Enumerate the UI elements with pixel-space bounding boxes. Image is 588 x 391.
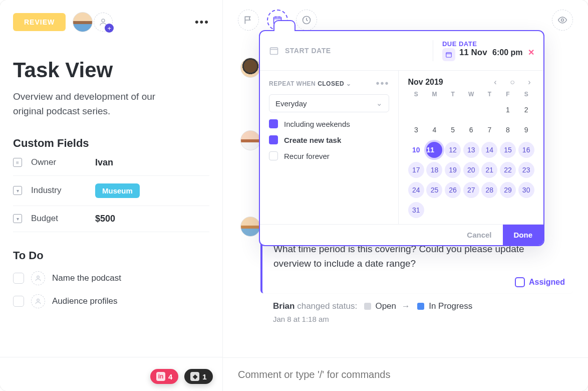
calendar-day[interactable]: 9	[518, 122, 534, 138]
custom-field-row[interactable]: ▾ Budget $500	[13, 206, 209, 232]
comment-input[interactable]	[238, 369, 588, 380]
calendar-day[interactable]: 26	[445, 182, 461, 198]
start-date-label: START DATE	[285, 47, 331, 55]
calendar-day[interactable]: 14	[481, 142, 497, 158]
figma-icon: ◆	[190, 372, 199, 381]
calendar-day[interactable]: 7	[481, 122, 497, 138]
assigned-toggle[interactable]: Assigned	[515, 277, 565, 287]
status-inprogress-dot	[417, 303, 424, 310]
assigned-label: Assigned	[529, 278, 565, 287]
due-date-field[interactable]: DUE DATE 11 Nov 6:00 pm ✕	[433, 40, 534, 61]
repeat-more-icon[interactable]: •••	[376, 78, 389, 89]
todo-item[interactable]: Audience profiles	[13, 294, 209, 308]
figma-attachment-chip[interactable]: ◆ 1	[184, 369, 212, 384]
clear-due-icon[interactable]: ✕	[528, 48, 534, 57]
cancel-button[interactable]: Cancel	[456, 225, 502, 245]
calendar-day[interactable]: 17	[408, 162, 424, 178]
compose-bar[interactable]	[223, 357, 588, 391]
calendar-day[interactable]: 2	[518, 102, 534, 118]
calendar-icon	[442, 48, 455, 61]
checkbox-icon[interactable]	[13, 273, 24, 284]
calendar-day[interactable]: 11	[426, 142, 442, 158]
calendar-prev-icon[interactable]: ‹	[490, 78, 500, 87]
feed-avatar[interactable]	[240, 217, 260, 237]
calendar-grid[interactable]: 1234567891011121314151617181920212223242…	[408, 101, 534, 219]
review-status-button[interactable]: REVIEW	[13, 13, 66, 31]
calendar-day[interactable]: 27	[463, 182, 479, 198]
date-popover: START DATE DUE DATE 11 Nov 6:00 pm ✕ REP…	[259, 30, 544, 246]
watch-button[interactable]	[552, 10, 573, 31]
svg-point-1	[37, 276, 40, 278]
status-open-label: Open	[375, 301, 396, 311]
flag-button[interactable]	[238, 10, 259, 31]
calendar-day[interactable]: 24	[408, 182, 424, 198]
option-weekends[interactable]: Including weekends	[269, 119, 389, 128]
option-create-new[interactable]: Create new task	[269, 135, 389, 144]
calendar-day[interactable]: 29	[500, 182, 516, 198]
checkbox-icon[interactable]	[13, 296, 24, 307]
calendar-day[interactable]: 18	[426, 162, 442, 178]
calendar-day[interactable]: 6	[463, 122, 479, 138]
calendar-day[interactable]: 1	[500, 102, 516, 118]
option-label: Including weekends	[284, 120, 350, 128]
calendar-day[interactable]: 16	[518, 142, 534, 158]
activity-row: Brian changed status: Open → In Progress	[273, 301, 472, 311]
chevron-down-icon: ⌄	[376, 99, 383, 108]
calendar-day[interactable]: 31	[408, 202, 424, 218]
calendar-day[interactable]: 15	[500, 142, 516, 158]
calendar-day[interactable]: 25	[426, 182, 442, 198]
time-button[interactable]	[296, 10, 317, 31]
plus-icon: +	[105, 24, 114, 33]
invision-attachment-chip[interactable]: in 4	[150, 369, 178, 384]
assignee-avatar[interactable]	[73, 12, 93, 32]
calendar-day[interactable]: 22	[500, 162, 516, 178]
unassigned-avatar-icon[interactable]	[31, 294, 45, 308]
feed-avatar[interactable]	[240, 58, 260, 78]
add-assignee-button[interactable]: +	[94, 13, 113, 32]
calendar-today-icon[interactable]: ○	[507, 78, 517, 87]
svg-point-2	[37, 299, 40, 301]
calendar-day[interactable]: 13	[463, 142, 479, 158]
custom-field-value[interactable]: $500	[95, 214, 115, 224]
arrow-right-icon: →	[402, 301, 410, 311]
calendar-day[interactable]: 28	[481, 182, 497, 198]
calendar-day[interactable]: 30	[518, 182, 534, 198]
frequency-select[interactable]: Everyday ⌄	[269, 94, 389, 112]
done-button[interactable]: Done	[503, 225, 544, 245]
feed-avatar[interactable]	[240, 130, 260, 150]
start-date-button[interactable]: START DATE	[269, 46, 425, 56]
calendar-day[interactable]: 21	[481, 162, 497, 178]
text-field-icon: ≡	[13, 158, 22, 167]
calendar-day[interactable]: 3	[408, 122, 424, 138]
todo-item[interactable]: Name the podcast	[13, 271, 209, 285]
option-label: Recur forever	[284, 152, 330, 160]
task-title[interactable]: Task View	[13, 58, 209, 82]
calendar-day[interactable]: 23	[518, 162, 534, 178]
repeat-heading[interactable]: REPEAT WHEN CLOSED ⌄	[269, 80, 351, 87]
calendar-next-icon[interactable]: ›	[524, 78, 534, 87]
due-time-value: 6:00 pm	[492, 48, 522, 57]
calendar-day[interactable]: 4	[426, 122, 442, 138]
custom-field-row[interactable]: ▾ Industry Museum	[13, 176, 209, 206]
checkbox-on-icon	[269, 135, 278, 144]
svg-rect-6	[270, 48, 278, 54]
custom-field-value[interactable]: Museum	[95, 183, 140, 198]
custom-field-row[interactable]: ≡ Owner Ivan	[13, 150, 209, 176]
custom-field-value[interactable]: Ivan	[95, 157, 113, 168]
more-menu-icon[interactable]: •••	[195, 16, 209, 29]
todo-label: Audience profiles	[52, 296, 117, 306]
activity-timestamp: Jan 8 at 1:18 am	[273, 315, 329, 323]
unassigned-avatar-icon[interactable]	[31, 271, 45, 285]
frequency-value: Everyday	[275, 99, 307, 108]
calendar-day[interactable]: 19	[445, 162, 461, 178]
calendar-day[interactable]: 10	[408, 142, 424, 158]
task-description[interactable]: Overview and development of our original…	[13, 89, 183, 119]
calendar-day[interactable]: 8	[500, 122, 516, 138]
option-recur-forever[interactable]: Recur forever	[269, 151, 389, 160]
calendar-day[interactable]: 12	[445, 142, 461, 158]
calendar-day[interactable]: 5	[445, 122, 461, 138]
dropdown-field-icon: ▾	[13, 214, 22, 223]
option-label: Create new task	[284, 136, 341, 144]
calendar-day[interactable]: 20	[463, 162, 479, 178]
attachment-count: 1	[202, 372, 206, 381]
